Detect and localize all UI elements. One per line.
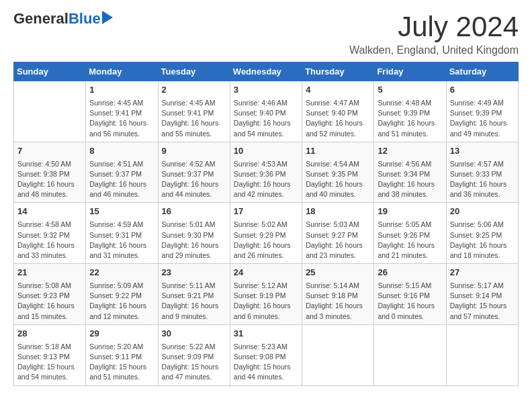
calendar-cell: 3Sunrise: 4:46 AM Sunset: 9:40 PM Daylig… — [230, 81, 302, 142]
day-number: 5 — [378, 84, 442, 97]
calendar-cell — [302, 324, 374, 385]
day-number: 8 — [89, 145, 154, 158]
day-number: 18 — [306, 205, 370, 218]
day-info: Sunrise: 5:03 AM Sunset: 9:27 PM Dayligh… — [306, 220, 370, 261]
week-row-4: 21Sunrise: 5:08 AM Sunset: 9:23 PM Dayli… — [14, 264, 519, 325]
calendar-cell: 15Sunrise: 4:59 AM Sunset: 9:31 PM Dayli… — [86, 203, 158, 264]
day-number: 6 — [450, 84, 515, 97]
day-number: 16 — [162, 205, 226, 218]
day-number: 22 — [89, 267, 154, 279]
day-info: Sunrise: 5:09 AM Sunset: 9:22 PM Dayligh… — [89, 281, 154, 322]
calendar-cell: 14Sunrise: 4:58 AM Sunset: 9:32 PM Dayli… — [14, 203, 86, 264]
day-info: Sunrise: 4:46 AM Sunset: 9:40 PM Dayligh… — [234, 98, 298, 139]
week-row-1: 1Sunrise: 4:45 AM Sunset: 9:41 PM Daylig… — [14, 81, 519, 142]
day-number: 10 — [234, 145, 298, 158]
calendar-cell: 6Sunrise: 4:49 AM Sunset: 9:39 PM Daylig… — [446, 81, 518, 142]
day-number: 23 — [162, 267, 226, 279]
day-info: Sunrise: 4:56 AM Sunset: 9:34 PM Dayligh… — [378, 159, 442, 200]
day-number: 7 — [17, 145, 82, 158]
week-row-3: 14Sunrise: 4:58 AM Sunset: 9:32 PM Dayli… — [14, 203, 519, 264]
day-number: 28 — [17, 328, 82, 340]
calendar-cell: 26Sunrise: 5:15 AM Sunset: 9:16 PM Dayli… — [374, 264, 446, 325]
day-number: 14 — [17, 205, 82, 218]
header-day-saturday: Saturday — [446, 62, 518, 81]
calendar-cell: 21Sunrise: 5:08 AM Sunset: 9:23 PM Dayli… — [14, 264, 86, 325]
day-info: Sunrise: 4:45 AM Sunset: 9:41 PM Dayligh… — [162, 98, 226, 139]
day-number: 29 — [89, 328, 154, 340]
day-number: 13 — [450, 145, 515, 158]
day-info: Sunrise: 5:08 AM Sunset: 9:23 PM Dayligh… — [17, 281, 82, 322]
calendar-cell: 10Sunrise: 4:53 AM Sunset: 9:36 PM Dayli… — [230, 142, 302, 203]
calendar-cell: 11Sunrise: 4:54 AM Sunset: 9:35 PM Dayli… — [302, 142, 374, 203]
calendar-cell: 25Sunrise: 5:14 AM Sunset: 9:18 PM Dayli… — [302, 264, 374, 325]
header-day-tuesday: Tuesday — [158, 62, 230, 81]
day-number: 20 — [450, 205, 515, 218]
day-info: Sunrise: 5:18 AM Sunset: 9:13 PM Dayligh… — [17, 342, 82, 383]
day-info: Sunrise: 4:54 AM Sunset: 9:35 PM Dayligh… — [306, 159, 370, 200]
day-info: Sunrise: 5:12 AM Sunset: 9:19 PM Dayligh… — [234, 281, 298, 322]
day-info: Sunrise: 5:20 AM Sunset: 9:11 PM Dayligh… — [89, 342, 154, 383]
day-info: Sunrise: 5:17 AM Sunset: 9:14 PM Dayligh… — [450, 281, 515, 322]
day-info: Sunrise: 5:06 AM Sunset: 9:25 PM Dayligh… — [450, 220, 515, 261]
calendar-cell: 29Sunrise: 5:20 AM Sunset: 9:11 PM Dayli… — [86, 324, 158, 385]
calendar-cell: 27Sunrise: 5:17 AM Sunset: 9:14 PM Dayli… — [446, 264, 518, 325]
calendar-cell: 13Sunrise: 4:57 AM Sunset: 9:33 PM Dayli… — [446, 142, 518, 203]
header-row: SundayMondayTuesdayWednesdayThursdayFrid… — [14, 62, 519, 81]
week-row-5: 28Sunrise: 5:18 AM Sunset: 9:13 PM Dayli… — [14, 324, 519, 385]
day-number: 4 — [306, 84, 370, 97]
day-info: Sunrise: 5:02 AM Sunset: 9:29 PM Dayligh… — [234, 220, 298, 261]
calendar-cell: 19Sunrise: 5:05 AM Sunset: 9:26 PM Dayli… — [374, 203, 446, 264]
day-number: 30 — [162, 328, 226, 340]
day-number: 31 — [234, 328, 298, 340]
location-text: Walkden, England, United Kingdom — [349, 44, 519, 56]
calendar-cell: 7Sunrise: 4:50 AM Sunset: 9:38 PM Daylig… — [14, 142, 86, 203]
title-block: July 2024 Walkden, England, United Kingd… — [349, 11, 519, 56]
day-info: Sunrise: 4:45 AM Sunset: 9:41 PM Dayligh… — [89, 98, 154, 139]
day-number: 3 — [234, 84, 298, 97]
calendar-cell: 9Sunrise: 4:52 AM Sunset: 9:37 PM Daylig… — [158, 142, 230, 203]
calendar-table: SundayMondayTuesdayWednesdayThursdayFrid… — [13, 62, 519, 386]
calendar-cell: 23Sunrise: 5:11 AM Sunset: 9:21 PM Dayli… — [158, 264, 230, 325]
calendar-cell: 18Sunrise: 5:03 AM Sunset: 9:27 PM Dayli… — [302, 203, 374, 264]
day-info: Sunrise: 5:14 AM Sunset: 9:18 PM Dayligh… — [306, 281, 370, 322]
day-info: Sunrise: 4:59 AM Sunset: 9:31 PM Dayligh… — [89, 220, 154, 261]
day-info: Sunrise: 5:01 AM Sunset: 9:30 PM Dayligh… — [162, 220, 226, 261]
day-number: 9 — [162, 145, 226, 158]
day-info: Sunrise: 4:49 AM Sunset: 9:39 PM Dayligh… — [450, 98, 515, 139]
day-info: Sunrise: 4:51 AM Sunset: 9:37 PM Dayligh… — [89, 159, 154, 200]
calendar-cell: 24Sunrise: 5:12 AM Sunset: 9:19 PM Dayli… — [230, 264, 302, 325]
day-number: 24 — [234, 267, 298, 279]
day-number: 2 — [162, 84, 226, 97]
header-day-friday: Friday — [374, 62, 446, 81]
day-number: 12 — [378, 145, 442, 158]
calendar-cell: 31Sunrise: 5:23 AM Sunset: 9:08 PM Dayli… — [230, 324, 302, 385]
header-day-thursday: Thursday — [302, 62, 374, 81]
header-day-wednesday: Wednesday — [230, 62, 302, 81]
calendar-cell: 1Sunrise: 4:45 AM Sunset: 9:41 PM Daylig… — [86, 81, 158, 142]
calendar-cell: 20Sunrise: 5:06 AM Sunset: 9:25 PM Dayli… — [446, 203, 518, 264]
calendar-cell: 30Sunrise: 5:22 AM Sunset: 9:09 PM Dayli… — [158, 324, 230, 385]
calendar-cell: 28Sunrise: 5:18 AM Sunset: 9:13 PM Dayli… — [14, 324, 86, 385]
calendar-cell: 2Sunrise: 4:45 AM Sunset: 9:41 PM Daylig… — [158, 81, 230, 142]
calendar-cell — [14, 81, 86, 142]
page-header: General Blue July 2024 Walkden, England,… — [13, 11, 519, 56]
header-day-monday: Monday — [86, 62, 158, 81]
logo-blue-text: Blue — [69, 11, 101, 27]
calendar-cell: 22Sunrise: 5:09 AM Sunset: 9:22 PM Dayli… — [86, 264, 158, 325]
day-number: 15 — [89, 205, 154, 218]
day-info: Sunrise: 4:52 AM Sunset: 9:37 PM Dayligh… — [162, 159, 226, 200]
day-number: 17 — [234, 205, 298, 218]
calendar-cell — [374, 324, 446, 385]
calendar-cell: 8Sunrise: 4:51 AM Sunset: 9:37 PM Daylig… — [86, 142, 158, 203]
day-info: Sunrise: 5:15 AM Sunset: 9:16 PM Dayligh… — [378, 281, 442, 322]
day-info: Sunrise: 4:58 AM Sunset: 9:32 PM Dayligh… — [17, 220, 82, 261]
day-number: 27 — [450, 267, 515, 279]
calendar-cell: 17Sunrise: 5:02 AM Sunset: 9:29 PM Dayli… — [230, 203, 302, 264]
day-number: 21 — [17, 267, 82, 279]
calendar-cell: 16Sunrise: 5:01 AM Sunset: 9:30 PM Dayli… — [158, 203, 230, 264]
day-info: Sunrise: 4:53 AM Sunset: 9:36 PM Dayligh… — [234, 159, 298, 200]
day-info: Sunrise: 4:50 AM Sunset: 9:38 PM Dayligh… — [17, 159, 82, 200]
calendar-cell: 4Sunrise: 4:47 AM Sunset: 9:40 PM Daylig… — [302, 81, 374, 142]
day-number: 25 — [306, 267, 370, 279]
day-number: 26 — [378, 267, 442, 279]
